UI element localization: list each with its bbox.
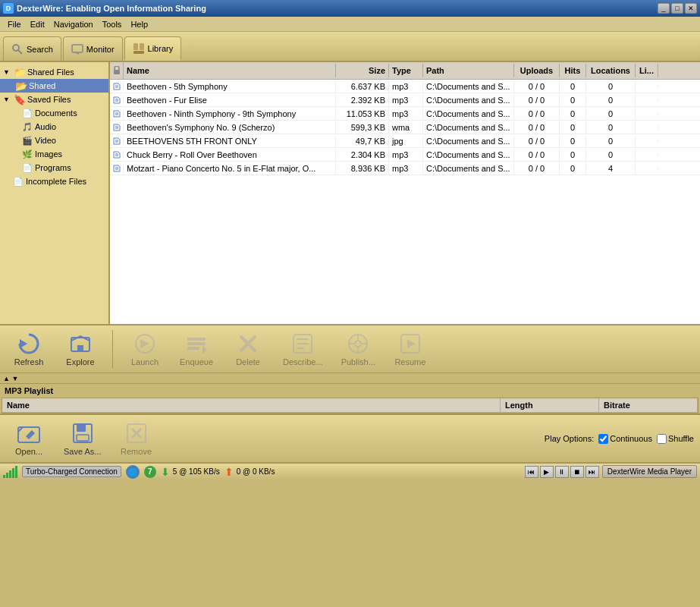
table-row[interactable]: BEETHOVENS 5TH FRONT ONLY 49,7 KB jpg C:… [110, 134, 700, 148]
save-as-icon [71, 421, 95, 445]
upload-info: ⬆ 0 @ 0 KB/s [224, 466, 275, 478]
continuous-option[interactable]: Continuous [598, 434, 652, 444]
open-button[interactable]: Open... [6, 418, 52, 459]
continuous-checkbox[interactable] [598, 434, 608, 444]
sidebar-item-images[interactable]: 🌿 Images [0, 147, 108, 161]
enqueue-button[interactable]: Enqueue [174, 329, 219, 370]
save-as-button[interactable]: Save As... [58, 418, 108, 459]
cell-uploads: 0 / 0 [514, 108, 560, 120]
upload-icon: ⬆ [224, 466, 234, 478]
publish-button[interactable]: Publish... [335, 329, 381, 370]
table-row[interactable]: Chuck Berry - Roll Over Beethoven 2.304 … [110, 148, 700, 162]
launch-button[interactable]: Launch [122, 329, 168, 370]
menu-navigation[interactable]: Navigation [49, 18, 98, 30]
media-pause-button[interactable]: ⏸ [555, 466, 569, 478]
cell-size: 11.053 KB [336, 108, 389, 120]
shared-files-folder-icon: 📁 [14, 67, 26, 77]
app-icon: D [3, 3, 14, 14]
col-header-uploads[interactable]: Uploads [514, 64, 560, 77]
col-header-path[interactable]: Path [423, 64, 514, 77]
status-left: Turbo-Charged Connection 🌐 7 ⬇ 5 @ 105 K… [3, 465, 275, 479]
svg-rect-34 [187, 342, 206, 345]
shuffle-checkbox[interactable] [657, 434, 667, 444]
playlist-col-name[interactable]: Name [2, 398, 501, 412]
menu-tools[interactable]: Tools [98, 18, 127, 30]
cell-type: mp3 [389, 162, 423, 175]
svg-rect-31 [77, 345, 83, 351]
col-header-locations[interactable]: Locations [586, 64, 636, 77]
maximize-button[interactable]: □ [671, 3, 683, 14]
delete-label: Delete [236, 357, 260, 366]
cell-locations: 0 [586, 135, 636, 147]
svg-marker-50 [407, 339, 415, 348]
minimize-button[interactable]: _ [658, 3, 670, 14]
collapse-bar[interactable]: ▲ ▼ [0, 373, 700, 384]
cell-uploads: 0 / 0 [514, 80, 560, 93]
col-header-size[interactable]: Size [336, 64, 389, 77]
download-info: ⬇ 5 @ 105 KB/s [161, 466, 220, 478]
refresh-label: Refresh [14, 357, 44, 366]
table-row[interactable]: Motzart - Piano Concerto No. 5 in E-Flat… [110, 162, 700, 175]
sidebar-item-documents[interactable]: 📄 Documents [0, 106, 108, 120]
audio-label: Audio [35, 122, 56, 131]
shuffle-label: Shuffle [668, 434, 694, 443]
shared-label: Shared [29, 81, 55, 90]
media-player-badge: DexterWire Media Player [602, 465, 697, 478]
tab-library[interactable]: Library [124, 36, 182, 61]
col-header-li[interactable]: Li... [636, 64, 658, 77]
bar-1 [3, 475, 5, 478]
media-next-button[interactable]: ⏭ [585, 466, 599, 478]
remove-button[interactable]: Remove [114, 418, 159, 459]
table-row[interactable]: Beethoven - Ninth Symphony - 9th Symphon… [110, 107, 700, 121]
table-row[interactable]: Beethoven's Symphony No. 9 (Scherzo) 599… [110, 121, 700, 134]
download-icon: ⬇ [161, 466, 170, 478]
col-header-type[interactable]: Type [389, 64, 423, 77]
delete-button[interactable]: Delete [225, 329, 271, 370]
resume-icon [398, 332, 422, 356]
media-play-button[interactable]: ▶ [540, 466, 554, 478]
menu-edit[interactable]: Edit [26, 18, 49, 30]
cell-path: C:\Documents and S... [423, 94, 514, 106]
col-header-hits[interactable]: Hits [560, 64, 586, 77]
sidebar-item-shared-files[interactable]: ▼ 📁 Shared Files [0, 65, 108, 79]
cell-size: 2.304 KB [336, 149, 389, 161]
sidebar-item-audio[interactable]: 🎵 Audio [0, 120, 108, 134]
cell-name: Beethoven - 5th Symphony [124, 80, 336, 93]
incomplete-label: Incomplete Files [26, 177, 86, 186]
tab-search[interactable]: Search [3, 36, 61, 61]
sidebar-item-shared[interactable]: 📂 Shared [0, 79, 108, 93]
sidebar-item-saved-files[interactable]: ▼ 🔖 Saved Files [0, 93, 108, 106]
action-toolbar: Refresh Explore Launch [0, 324, 700, 373]
table-row[interactable]: Beethoven - Fur Elise 2.392 KB mp3 C:\Do… [110, 93, 700, 107]
sidebar-item-video[interactable]: 🎬 Video [0, 134, 108, 147]
cell-size: 49,7 KB [336, 135, 389, 147]
media-prev-button[interactable]: ⏮ [525, 466, 538, 478]
cell-size: 2.392 KB [336, 94, 389, 106]
menu-file[interactable]: File [3, 18, 26, 30]
col-header-name[interactable]: Name [124, 64, 336, 77]
sidebar-item-programs[interactable]: 📄 Programs [0, 161, 108, 175]
open-label: Open... [15, 447, 42, 456]
cell-hits: 0 [560, 135, 586, 147]
library-icon [133, 42, 145, 55]
open-icon [17, 421, 41, 445]
describe-button[interactable]: Describe... [277, 329, 329, 370]
playlist-col-bitrate[interactable]: Bitrate [599, 398, 698, 412]
media-stop-button[interactable]: ⏹ [570, 466, 584, 478]
refresh-button[interactable]: Refresh [6, 329, 52, 370]
cell-li [636, 153, 658, 156]
explore-button[interactable]: Explore [58, 329, 103, 370]
menu-help[interactable]: Help [126, 18, 152, 30]
close-button[interactable]: ✕ [685, 3, 697, 14]
cell-name: Beethoven - Fur Elise [124, 94, 336, 106]
status-right: ⏮ ▶ ⏸ ⏹ ⏭ DexterWire Media Player [525, 465, 697, 478]
playlist-col-length[interactable]: Length [501, 398, 599, 412]
svg-rect-7 [114, 70, 120, 74]
sidebar-item-incomplete[interactable]: 📄 Incomplete Files [0, 175, 108, 188]
resume-button[interactable]: Resume [388, 329, 433, 370]
programs-label: Programs [35, 163, 71, 172]
table-row[interactable]: Beethoven - 5th Symphony 6.637 KB mp3 C:… [110, 80, 700, 93]
tab-monitor[interactable]: Monitor [63, 36, 123, 61]
cell-hits: 0 [560, 108, 586, 120]
shuffle-option[interactable]: Shuffle [657, 434, 694, 444]
